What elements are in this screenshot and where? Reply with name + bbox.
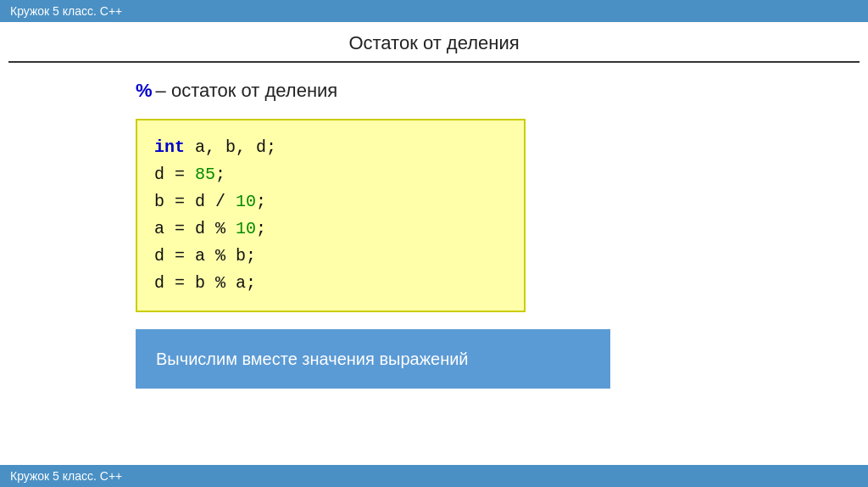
code-line-6: d = b % a; [154, 270, 507, 297]
content-area: % – остаток от деления int a, b, d; d = … [0, 63, 868, 465]
top-bar: Кружок 5 класс. С++ [0, 0, 868, 22]
info-box-text: Вычислим вместе значения выражений [156, 350, 469, 369]
number-10-1: 10 [236, 192, 256, 211]
page-title: Остаток от деления [8, 32, 860, 54]
code-line-3: b = d / 10; [154, 188, 507, 216]
bottom-bar-label: Кружок 5 класс. С++ [10, 469, 122, 483]
number-85: 85 [195, 165, 215, 184]
number-10-2: 10 [236, 219, 256, 238]
code-line-4: a = d % 10; [154, 216, 507, 243]
keyword-int: int [154, 137, 185, 157]
percent-symbol: % [136, 80, 153, 102]
top-bar-label: Кружок 5 класс. С++ [10, 4, 122, 18]
code-line-2: d = 85; [154, 161, 507, 188]
info-box: Вычислим вместе значения выражений [136, 329, 610, 389]
title-section: Остаток от деления [8, 22, 860, 63]
main-content: Остаток от деления % – остаток от делени… [0, 22, 868, 465]
bottom-bar: Кружок 5 класс. С++ [0, 465, 868, 487]
subtitle-text: – остаток от деления [156, 80, 338, 102]
code-block: int a, b, d; d = 85; b = d / 10; a = d %… [136, 119, 526, 312]
code-line-1: int a, b, d; [154, 134, 507, 161]
code-line-5: d = a % b; [154, 243, 507, 270]
subtitle-line: % – остаток от деления [136, 80, 732, 102]
